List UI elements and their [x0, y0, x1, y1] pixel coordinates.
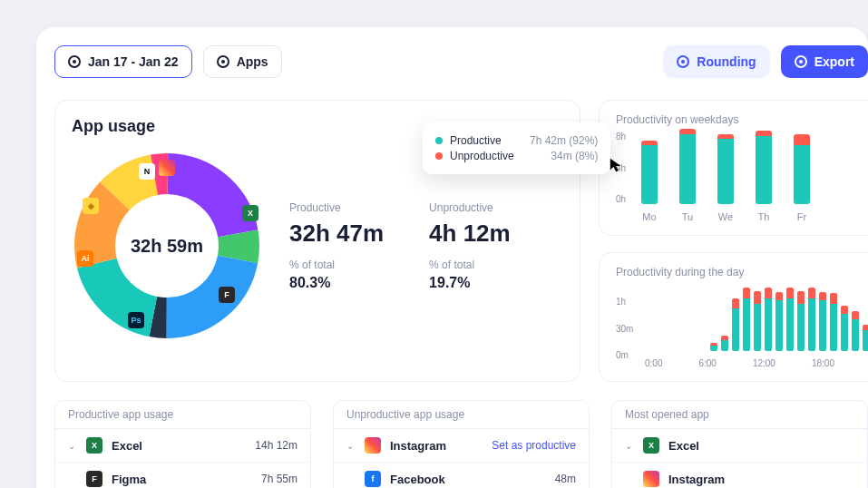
- rounding-icon: [677, 55, 689, 68]
- excel-icon: X: [242, 205, 258, 221]
- toolbar: Jan 17 - Jan 22 Apps Rounding Export: [54, 45, 868, 78]
- app-icon: X: [86, 437, 102, 454]
- export-button[interactable]: Export: [781, 45, 868, 78]
- unproductive-stat: Unproductive 4h 12m % of total 19.7%: [429, 201, 511, 291]
- hourly-productivity-card: Productivity during the day 1h 30m 0m 0:…: [599, 252, 868, 382]
- date-range-label: Jan 17 - Jan 22: [88, 54, 179, 69]
- app-name: Facebook: [390, 473, 546, 486]
- apps-label: Apps: [237, 54, 268, 69]
- cursor-icon: [609, 157, 625, 173]
- app-time: 48m: [555, 473, 576, 485]
- set-productive-link[interactable]: Set as productive: [492, 439, 576, 452]
- hourly-bar[interactable]: [830, 293, 837, 351]
- calendar-icon: [68, 55, 81, 68]
- most-opened-list-card: Most opened app ⌄XExcelInstagramFFigmafF…: [611, 400, 868, 488]
- hourly-bar[interactable]: [710, 343, 717, 351]
- app-icon: [365, 437, 381, 454]
- weekday-bar[interactable]: [641, 141, 658, 204]
- list-item[interactable]: ⌄InstagramSet as productive: [334, 429, 589, 463]
- weekday-bar[interactable]: [717, 134, 734, 204]
- illustrator-icon: Ai: [77, 250, 93, 267]
- hourly-bar[interactable]: [754, 291, 761, 352]
- app-name: Instagram: [668, 473, 854, 486]
- photoshop-icon: Ps: [128, 312, 144, 328]
- list-item[interactable]: FFigma7h 55m: [55, 463, 310, 488]
- app-name: Excel: [668, 439, 854, 453]
- sketch-icon: ◆: [83, 198, 99, 214]
- hourly-bar[interactable]: [819, 292, 826, 351]
- donut-total: 32h 59m: [72, 151, 262, 341]
- date-range-button[interactable]: Jan 17 - Jan 22: [54, 45, 192, 78]
- weekday-bars: [641, 132, 868, 204]
- app-time: 14h 12m: [255, 439, 297, 452]
- weekday-chart-title: Productivity on weekdays: [616, 113, 868, 126]
- app-icon: f: [365, 471, 381, 487]
- apps-button[interactable]: Apps: [203, 45, 282, 78]
- export-label: Export: [814, 54, 854, 69]
- hourly-bar[interactable]: [743, 288, 750, 351]
- rounding-label: Rounding: [697, 54, 756, 69]
- weekday-bar[interactable]: [794, 134, 810, 204]
- chevron-icon: ⌄: [625, 441, 634, 451]
- chart-tooltip: Productive7h 42m (92%) Unproductive34m (…: [423, 122, 610, 174]
- unproductive-list-card: Unproductive app usage ⌄InstagramSet as …: [333, 400, 590, 488]
- hourly-bar[interactable]: [863, 325, 868, 351]
- rounding-button[interactable]: Rounding: [663, 45, 769, 78]
- weekday-bar[interactable]: [756, 131, 772, 204]
- list-item[interactable]: ⌄XExcel: [612, 429, 867, 463]
- weekday-productivity-card: Productivity on weekdays 8h 4h 0h MoTuWe…: [599, 100, 868, 236]
- list-item[interactable]: Instagram: [612, 463, 867, 488]
- instagram-icon: [159, 160, 175, 176]
- list-item[interactable]: ⌄XExcel14h 12m: [55, 429, 310, 463]
- productive-list-card: Productive app usage ⌄XExcel14h 12mFFigm…: [54, 400, 311, 488]
- app-icon: [643, 471, 659, 487]
- app-name: Excel: [112, 439, 246, 453]
- app-name: Instagram: [390, 439, 483, 453]
- hourly-bar[interactable]: [765, 288, 772, 351]
- hourly-bar[interactable]: [732, 298, 739, 351]
- hourly-bar[interactable]: [786, 288, 794, 351]
- export-icon: [795, 55, 807, 68]
- usage-donut-chart: 32h 59m N X F Ps Ai ◆: [72, 151, 262, 341]
- app-time: 7h 55m: [261, 473, 297, 485]
- hourly-bar[interactable]: [852, 311, 859, 351]
- hourly-bar[interactable]: [841, 306, 848, 351]
- list-item[interactable]: fFacebook48m: [334, 463, 589, 488]
- chevron-icon: ⌄: [68, 441, 77, 451]
- chevron-icon: ⌄: [346, 441, 356, 451]
- hourly-bar[interactable]: [797, 291, 805, 352]
- app-name: Figma: [112, 473, 252, 486]
- hourly-chart-title: Productivity during the day: [616, 266, 868, 278]
- notion-icon: N: [139, 163, 155, 180]
- productive-stat: Productive 32h 47m % of total 80.3%: [289, 201, 384, 291]
- app-icon: F: [86, 471, 102, 487]
- apps-icon: [217, 55, 229, 68]
- weekday-bar[interactable]: [679, 129, 696, 204]
- hourly-bar[interactable]: [775, 292, 783, 351]
- hourly-bar[interactable]: [721, 336, 728, 352]
- hourly-bar[interactable]: [808, 288, 815, 351]
- figma-icon: F: [219, 287, 235, 303]
- hourly-bars: [645, 288, 868, 351]
- app-icon: X: [643, 437, 659, 454]
